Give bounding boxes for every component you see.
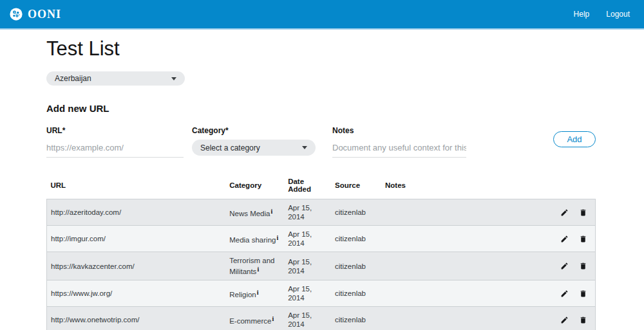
category-text: Religion: [229, 291, 256, 298]
notes-cell: [381, 252, 554, 280]
pencil-icon: [560, 289, 569, 298]
category-info-icon[interactable]: i: [276, 234, 278, 241]
date-added-cell: Apr 15, 2014: [284, 226, 331, 252]
category-cell: News Mediai: [225, 199, 284, 226]
date-added-text: Apr 15, 2014: [288, 311, 312, 328]
source-text: citizenlab: [335, 262, 366, 270]
category-cell: Media sharingi: [225, 226, 284, 252]
url-cell: https://kavkazcenter.com/: [47, 252, 226, 280]
table-row: https://kavkazcenter.com/ Terrorism and …: [47, 252, 596, 280]
edit-button[interactable]: [560, 262, 569, 270]
date-added-text: Apr 15, 2014: [288, 230, 312, 247]
page-title: Test List: [46, 37, 596, 60]
country-select[interactable]: Azerbaijan: [46, 71, 185, 86]
source-text: citizenlab: [335, 235, 366, 243]
url-input[interactable]: [46, 140, 184, 158]
source-cell: citizenlab: [331, 226, 381, 252]
category-info-icon[interactable]: i: [257, 289, 259, 296]
col-header-url: URL: [47, 174, 226, 199]
date-added-cell: Apr 15, 2014: [284, 307, 331, 330]
category-field-group: Category* Select a category: [192, 126, 316, 156]
delete-button[interactable]: [579, 289, 587, 298]
category-text: News Media: [229, 210, 270, 217]
notes-cell: [381, 307, 554, 330]
category-cell: E-commercei: [225, 307, 284, 330]
row-actions: [558, 235, 591, 243]
url-table-body: http://azeritoday.com/ News Mediai Apr 1…: [47, 199, 596, 330]
actions-cell: [554, 307, 595, 330]
date-added-cell: Apr 15, 2014: [284, 199, 331, 226]
table-row: http://azeritoday.com/ News Mediai Apr 1…: [47, 199, 596, 226]
delete-button[interactable]: [579, 208, 587, 217]
edit-button[interactable]: [560, 289, 569, 298]
delete-button[interactable]: [579, 235, 587, 243]
url-cell: http://imgur.com/: [47, 226, 226, 252]
table-row: http://imgur.com/ Media sharingi Apr 15,…: [47, 226, 596, 252]
notes-cell: [381, 199, 554, 226]
edit-button[interactable]: [560, 235, 569, 243]
trash-icon: [579, 208, 587, 217]
url-text: http://www.onetwotrip.com/: [51, 316, 139, 324]
row-actions: [558, 262, 591, 270]
category-info-icon[interactable]: i: [257, 266, 259, 273]
add-url-heading: Add new URL: [46, 103, 596, 114]
add-url-form: URL* Category* Select a category Notes A…: [46, 126, 596, 158]
country-select-value: Azerbaijan: [55, 74, 91, 83]
category-info-icon[interactable]: i: [270, 208, 272, 215]
row-actions: [558, 289, 591, 298]
url-cell: https://www.jw.org/: [47, 280, 226, 307]
url-label: URL*: [46, 126, 184, 135]
col-header-notes: Notes: [381, 174, 554, 199]
add-button[interactable]: Add: [553, 131, 596, 147]
url-text: http://azeritoday.com/: [51, 208, 121, 216]
trash-icon: [579, 316, 587, 324]
category-cell: Terrorism and Militantsi: [225, 252, 284, 280]
main-content: Test List Azerbaijan Add new URL URL* Ca…: [46, 37, 596, 330]
pencil-icon: [560, 235, 569, 243]
source-cell: citizenlab: [331, 307, 381, 330]
ooni-logo-icon: [9, 7, 23, 21]
ooni-brand[interactable]: OONI: [9, 7, 61, 21]
col-header-actions: [554, 174, 595, 199]
category-select[interactable]: Select a category: [192, 140, 316, 156]
notes-input[interactable]: [332, 140, 466, 158]
category-cell: Religioni: [225, 280, 284, 307]
pencil-icon: [560, 262, 569, 270]
category-text: Terrorism and Militants: [229, 257, 274, 275]
source-cell: citizenlab: [331, 199, 381, 226]
table-row: https://www.jw.org/ Religioni Apr 15, 20…: [47, 280, 596, 307]
url-cell: http://www.onetwotrip.com/: [47, 307, 226, 330]
date-added-text: Apr 15, 2014: [288, 285, 312, 302]
trash-icon: [579, 262, 587, 270]
edit-button[interactable]: [560, 316, 569, 324]
source-text: citizenlab: [335, 289, 366, 297]
help-link[interactable]: Help: [574, 10, 590, 19]
actions-cell: [554, 280, 595, 307]
date-added-text: Apr 15, 2014: [288, 258, 312, 275]
top-nav-links: Help Logout: [574, 10, 635, 19]
notes-label: Notes: [332, 126, 466, 135]
logout-link[interactable]: Logout: [606, 10, 630, 19]
pencil-icon: [560, 316, 569, 324]
trash-icon: [579, 289, 587, 298]
category-select-value: Select a category: [200, 143, 260, 152]
category-label: Category*: [192, 126, 316, 135]
category-text: Media sharing: [229, 236, 276, 244]
top-navbar: OONI Help Logout: [0, 0, 644, 28]
brand-name: OONI: [28, 8, 61, 21]
actions-cell: [554, 226, 595, 252]
url-field-group: URL*: [46, 126, 184, 158]
category-info-icon[interactable]: i: [272, 315, 274, 322]
date-added-cell: Apr 15, 2014: [284, 252, 331, 280]
delete-button[interactable]: [579, 316, 587, 324]
edit-button[interactable]: [560, 208, 569, 217]
source-text: citizenlab: [335, 208, 366, 216]
delete-button[interactable]: [579, 262, 587, 270]
actions-cell: [554, 199, 595, 226]
date-added-text: Apr 15, 2014: [288, 204, 312, 221]
url-text: http://imgur.com/: [51, 235, 106, 243]
table-header-row: URL Category Date Added Source Notes: [47, 174, 596, 199]
actions-cell: [554, 252, 595, 280]
url-text: https://www.jw.org/: [51, 289, 112, 297]
source-cell: citizenlab: [331, 280, 381, 307]
